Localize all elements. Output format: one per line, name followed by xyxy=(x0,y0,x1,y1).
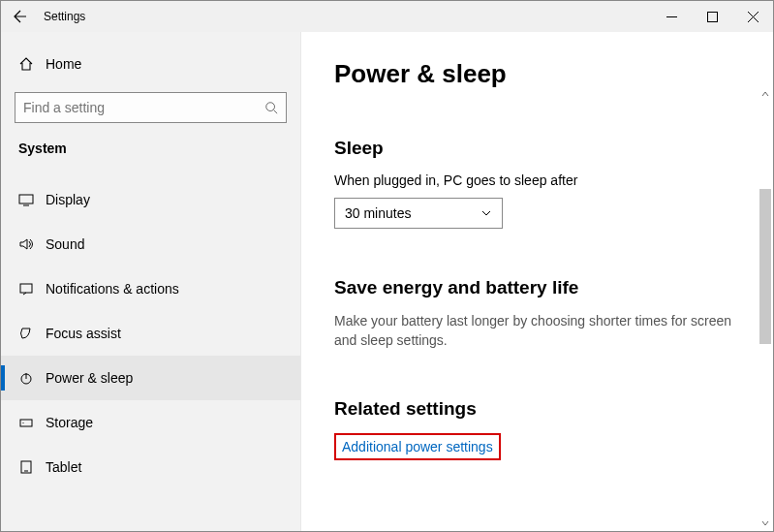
search-input[interactable] xyxy=(23,100,264,115)
sound-icon xyxy=(18,236,46,252)
sleep-plugged-label: When plugged in, PC goes to sleep after xyxy=(334,172,746,188)
search-icon xyxy=(264,101,278,114)
sidebar-item-label: Display xyxy=(46,192,90,207)
svg-point-6 xyxy=(22,422,23,423)
close-icon xyxy=(748,12,759,22)
svg-rect-5 xyxy=(20,420,32,426)
sidebar-item-display[interactable]: Display xyxy=(1,177,300,222)
chevron-up-icon xyxy=(761,90,769,98)
related-section: Related settings Additional power settin… xyxy=(334,398,746,460)
related-heading: Related settings xyxy=(334,398,746,420)
nav-list: Display Sound Notifications & actions Fo… xyxy=(1,177,300,489)
focus-assist-icon xyxy=(18,326,46,341)
home-label: Home xyxy=(46,56,81,72)
sidebar-item-label: Tablet xyxy=(46,459,81,475)
maximize-icon xyxy=(707,12,718,22)
sidebar-item-label: Sound xyxy=(46,236,84,252)
svg-rect-0 xyxy=(707,12,717,21)
sidebar-item-label: Storage xyxy=(46,415,93,430)
chevron-down-icon xyxy=(480,207,492,219)
storage-icon xyxy=(18,415,46,430)
page-title: Power & sleep xyxy=(334,59,746,89)
energy-section: Save energy and battery life Make your b… xyxy=(334,277,746,350)
display-icon xyxy=(18,192,46,207)
titlebar: Settings xyxy=(1,1,773,32)
svg-rect-3 xyxy=(20,284,32,293)
notifications-icon xyxy=(18,281,46,297)
sidebar-item-label: Power & sleep xyxy=(46,370,133,386)
chevron-down-icon xyxy=(761,519,769,527)
sidebar-item-focus-assist[interactable]: Focus assist xyxy=(1,311,300,356)
scroll-thumb[interactable] xyxy=(759,189,771,344)
scroll-down-arrow[interactable] xyxy=(758,516,773,531)
sleep-heading: Sleep xyxy=(334,138,746,159)
sidebar-item-power-sleep[interactable]: Power & sleep xyxy=(1,356,300,400)
scroll-track[interactable] xyxy=(758,102,773,516)
window-title: Settings xyxy=(40,10,651,23)
home-icon xyxy=(18,56,46,72)
minimize-icon xyxy=(666,12,677,22)
scroll-up-arrow[interactable] xyxy=(758,86,773,102)
close-button[interactable] xyxy=(732,1,773,32)
minimize-button[interactable] xyxy=(651,1,692,32)
search-box[interactable] xyxy=(15,92,287,123)
sidebar-item-tablet[interactable]: Tablet xyxy=(1,445,300,489)
energy-heading: Save energy and battery life xyxy=(334,277,746,298)
sleep-dropdown[interactable]: 30 minutes xyxy=(334,198,503,229)
annotation-highlight: Additional power settings xyxy=(334,433,501,460)
sidebar-item-storage[interactable]: Storage xyxy=(1,400,300,445)
sleep-section: Sleep When plugged in, PC goes to sleep … xyxy=(334,138,746,229)
category-label: System xyxy=(1,141,300,164)
sidebar-item-label: Notifications & actions xyxy=(46,281,179,297)
vertical-scrollbar[interactable] xyxy=(758,86,773,531)
sidebar: Home System Display Sound xyxy=(1,32,301,531)
arrow-left-icon xyxy=(13,9,28,24)
sidebar-item-label: Focus assist xyxy=(46,326,121,341)
maximize-button[interactable] xyxy=(692,1,732,32)
tablet-icon xyxy=(18,459,46,475)
svg-rect-2 xyxy=(19,195,33,203)
power-icon xyxy=(18,370,46,386)
home-link[interactable]: Home xyxy=(1,46,300,82)
energy-desc: Make your battery last longer by choosin… xyxy=(334,312,746,350)
sidebar-item-sound[interactable]: Sound xyxy=(1,222,300,266)
additional-power-settings-link[interactable]: Additional power settings xyxy=(342,439,493,454)
svg-point-1 xyxy=(266,103,275,111)
sidebar-item-notifications[interactable]: Notifications & actions xyxy=(1,266,300,311)
sleep-dropdown-value: 30 minutes xyxy=(345,205,411,221)
main-panel: Power & sleep Sleep When plugged in, PC … xyxy=(301,32,773,531)
back-button[interactable] xyxy=(1,1,40,32)
